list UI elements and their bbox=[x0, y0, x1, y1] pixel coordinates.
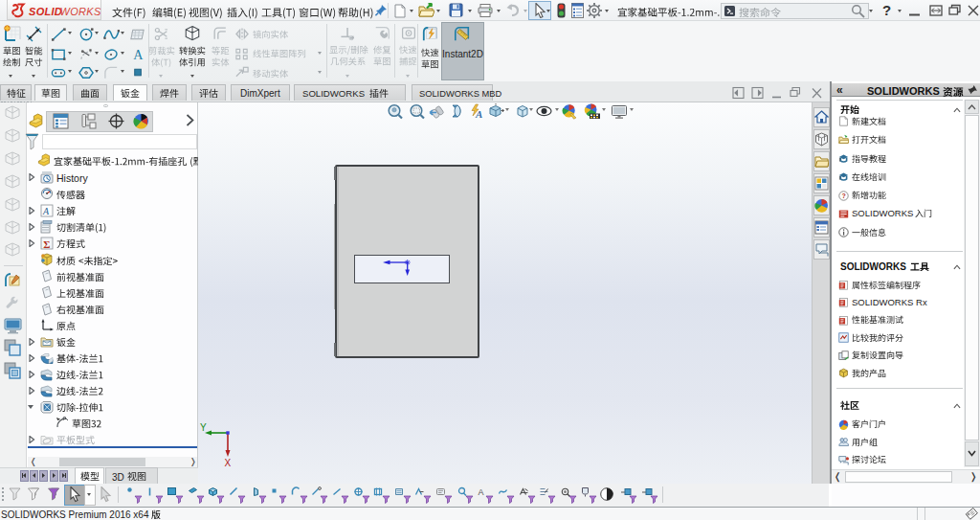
svg-text:A: A bbox=[42, 206, 50, 216]
svg-text:?: ? bbox=[842, 192, 846, 199]
svg-text:Y: Y bbox=[200, 422, 207, 433]
svg-text:A: A bbox=[133, 47, 144, 61]
svg-text:SOLID: SOLID bbox=[29, 6, 62, 17]
svg-text:Σ: Σ bbox=[43, 237, 50, 249]
svg-text:WORKS: WORKS bbox=[60, 6, 101, 17]
svg-text:X: X bbox=[225, 458, 232, 468]
svg-text:A: A bbox=[475, 108, 482, 120]
